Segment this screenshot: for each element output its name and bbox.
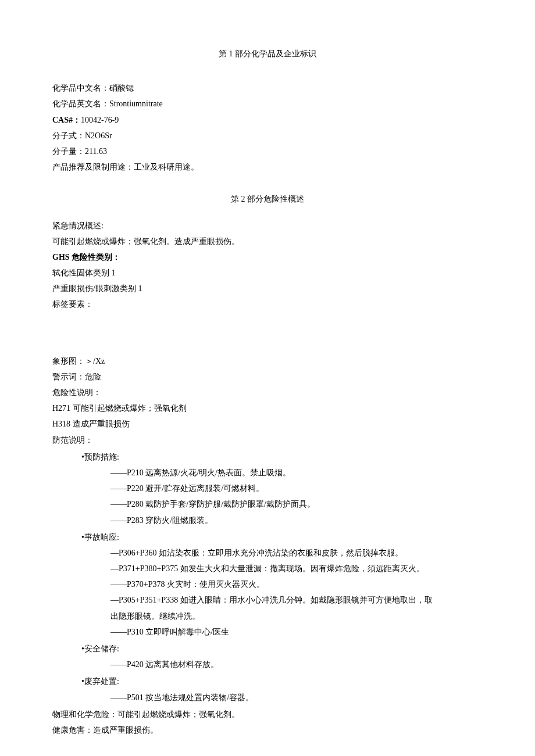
signal-value: 危险 (85, 372, 101, 381)
phys-chem-line: 物理和化学危险：可能引起燃烧或爆炸；强氧化剂。 (52, 707, 483, 722)
name-en-value: Strontiumnitrate (109, 99, 163, 108)
weight-line: 分子量：211.63 (52, 144, 483, 159)
label-elements: 标签要素： (52, 297, 483, 311)
name-en-line: 化学品英文名：Strontiumnitrate (52, 96, 483, 111)
p310: ——P310 立即呼叫解毒中心/医生 (52, 625, 483, 639)
signal-label: 警示词： (52, 372, 85, 381)
weight-value: 211.63 (85, 147, 107, 156)
p306-p360: —P306+P360 如沾染衣服：立即用水充分冲洗沾染的衣服和皮肤，然后脱掉衣服… (52, 546, 483, 560)
section-1-title: 第 1 部分化学品及企业标识 (52, 46, 483, 61)
storage-header: •安全储存: (52, 642, 483, 656)
health-value: 造成严重眼损伤。 (93, 726, 158, 734)
precaution-label: 防范说明： (52, 433, 483, 447)
emergency-text: 可能引起燃烧或爆炸；强氧化剂。造成严重眼损伤。 (52, 234, 483, 249)
formula-line: 分子式：N2O6Sr (52, 128, 483, 143)
section-2-title: 第 2 部分危险性概述 (52, 192, 483, 206)
usage-value: 工业及科研用途。 (134, 163, 199, 171)
phys-chem-label: 物理和化学危险： (52, 710, 117, 719)
emergency-label: 紧急情况概述: (52, 218, 483, 233)
disposal-header: •废弃处置: (52, 674, 483, 689)
phys-chem-value: 可能引起燃烧或爆炸；强氧化剂。 (117, 710, 240, 719)
p220: ——P220 避开/贮存处远离服装/可燃材料。 (52, 481, 483, 496)
health-line: 健康危害：造成严重眼损伤。 (52, 723, 483, 737)
p280: ——P280 戴防护手套/穿防护服/戴防护眼罩/戴防护面具。 (52, 497, 483, 511)
name-cn-value: 硝酸锶 (109, 84, 134, 92)
pictogram-value: ＞/Xz (85, 357, 105, 366)
ghs-class-2: 严重眼损伤/眼刺激类别 1 (52, 281, 483, 296)
response-header: •事故响应: (52, 530, 483, 544)
h318: H318 造成严重眼损伤 (52, 417, 483, 431)
cas-value: 10042-76-9 (81, 116, 119, 124)
p283: ——P283 穿防火/阻燃服装。 (52, 513, 483, 528)
p371-p380-p375: —P371+P380+P375 如发生大火和大量泄漏：撤离现场。因有爆炸危险，须… (52, 561, 483, 576)
usage-line: 产品推荐及限制用途：工业及科研用途。 (52, 160, 483, 174)
pictogram-line: 象形图：＞/Xz (52, 354, 483, 368)
signal-line: 警示词：危险 (52, 370, 483, 384)
name-cn-line: 化学品中文名：硝酸锶 (52, 81, 483, 95)
name-cn-label: 化学品中文名： (52, 84, 109, 92)
hazard-label: 危险性说明： (52, 385, 483, 400)
ghs-class-1: 轼化性固体类别 1 (52, 266, 483, 280)
usage-label: 产品推荐及限制用途： (52, 163, 134, 171)
p501: ——P501 按当地法规处置内装物/容器。 (52, 690, 483, 705)
cas-label: CAS#： (52, 116, 81, 124)
formula-label: 分子式： (52, 131, 85, 140)
p420: ——P420 远离其他材料存放。 (52, 657, 483, 672)
cas-line: CAS#：10042-76-9 (52, 113, 483, 127)
p305-p351-p338-line1: —P305+P351+P338 如进入眼睛：用水小心冲洗几分钟。如戴隐形眼镜并可… (52, 593, 483, 607)
formula-value: N2O6Sr (85, 131, 112, 140)
health-label: 健康危害： (52, 726, 93, 734)
h271: H271 可能引起燃烧或爆炸；强氧化剂 (52, 401, 483, 415)
name-en-label: 化学品英文名： (52, 99, 109, 108)
p370-p378: ——P370+P378 火灾时：使用灭火器灭火。 (52, 577, 483, 592)
ghs-label: GHS 危险性类别： (52, 250, 483, 264)
weight-label: 分子量： (52, 147, 85, 156)
prevention-header: •预防措施: (52, 450, 483, 464)
pictogram-label: 象形图： (52, 357, 85, 366)
p210: ——P210 远离热源/火花/明火/热表面。禁止吸烟。 (52, 465, 483, 480)
p305-p351-p338-line2: 出隐形眼镜。继续冲洗。 (52, 609, 483, 624)
